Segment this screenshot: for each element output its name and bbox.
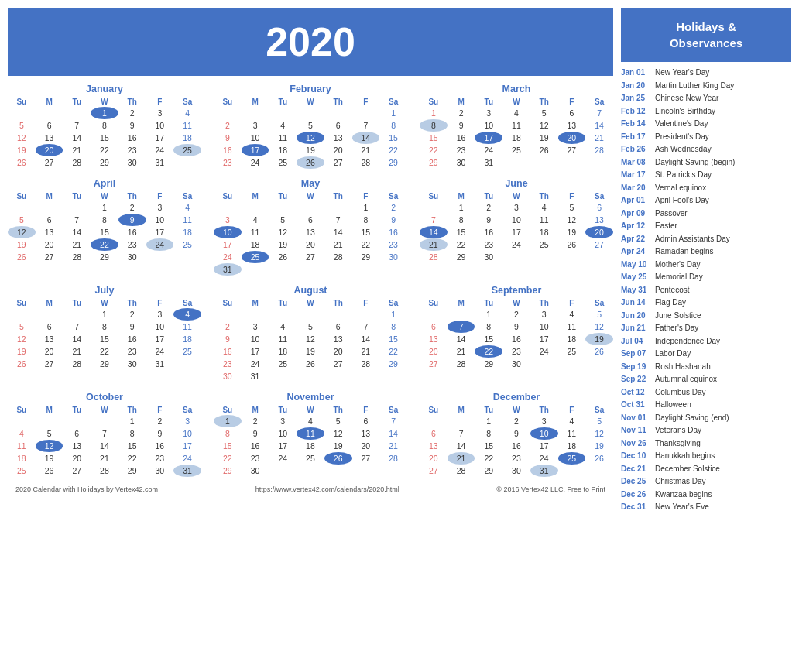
calendar-day[interactable] bbox=[530, 251, 558, 263]
calendar-day[interactable]: 24 bbox=[530, 345, 558, 358]
calendar-day[interactable]: 23 bbox=[502, 345, 530, 358]
calendar-day[interactable]: 29 bbox=[475, 358, 502, 370]
calendar-day[interactable]: 23 bbox=[242, 452, 269, 465]
calendar-day[interactable]: 17 bbox=[530, 440, 558, 452]
calendar-day[interactable]: 1 bbox=[379, 308, 407, 321]
calendar-day[interactable]: 10 bbox=[146, 214, 174, 226]
calendar-day[interactable]: 15 bbox=[475, 333, 502, 345]
calendar-day[interactable]: 18 bbox=[242, 238, 269, 251]
calendar-day[interactable]: 11 bbox=[530, 214, 558, 226]
calendar-day[interactable]: 19 bbox=[530, 132, 558, 144]
calendar-day[interactable]: 19 bbox=[269, 238, 297, 251]
calendar-day[interactable]: 4 bbox=[173, 308, 201, 321]
calendar-day[interactable]: 8 bbox=[379, 321, 407, 333]
calendar-day[interactable] bbox=[379, 370, 407, 382]
calendar-day[interactable] bbox=[63, 415, 91, 427]
calendar-day[interactable]: 15 bbox=[475, 440, 502, 452]
calendar-day[interactable]: 11 bbox=[269, 333, 297, 345]
calendar-day[interactable]: 29 bbox=[448, 251, 475, 263]
calendar-day[interactable]: 12 bbox=[36, 440, 63, 452]
calendar-day[interactable]: 21 bbox=[324, 238, 352, 251]
calendar-day[interactable]: 25 bbox=[530, 238, 558, 251]
calendar-day[interactable]: 18 bbox=[530, 226, 558, 238]
calendar-day[interactable]: 13 bbox=[324, 333, 352, 345]
calendar-day[interactable]: 16 bbox=[242, 440, 269, 452]
calendar-day[interactable] bbox=[214, 107, 242, 119]
calendar-day[interactable] bbox=[242, 107, 269, 119]
calendar-day[interactable]: 28 bbox=[324, 251, 352, 263]
calendar-day[interactable]: 28 bbox=[63, 251, 91, 263]
calendar-day[interactable]: 27 bbox=[36, 156, 63, 169]
calendar-day[interactable]: 20 bbox=[585, 226, 613, 238]
calendar-day[interactable]: 24 bbox=[214, 251, 242, 263]
calendar-day[interactable] bbox=[585, 251, 613, 263]
calendar-day[interactable] bbox=[63, 201, 91, 214]
calendar-day[interactable]: 11 bbox=[558, 427, 586, 440]
calendar-day[interactable]: 20 bbox=[420, 452, 448, 465]
calendar-day[interactable]: 22 bbox=[118, 452, 146, 465]
calendar-day[interactable]: 16 bbox=[502, 440, 530, 452]
calendar-day[interactable]: 19 bbox=[297, 144, 324, 156]
calendar-day[interactable]: 20 bbox=[352, 440, 380, 452]
calendar-day[interactable]: 20 bbox=[324, 144, 352, 156]
calendar-day[interactable]: 1 bbox=[118, 415, 146, 427]
calendar-day[interactable]: 22 bbox=[91, 345, 118, 358]
calendar-day[interactable]: 4 bbox=[242, 214, 269, 226]
calendar-day[interactable]: 2 bbox=[214, 321, 242, 333]
calendar-day[interactable]: 6 bbox=[324, 321, 352, 333]
calendar-day[interactable]: 13 bbox=[352, 427, 380, 440]
calendar-day[interactable] bbox=[324, 370, 352, 382]
calendar-day[interactable]: 30 bbox=[118, 358, 146, 370]
calendar-day[interactable]: 1 bbox=[379, 107, 407, 119]
calendar-day[interactable]: 2 bbox=[448, 107, 475, 119]
calendar-day[interactable]: 12 bbox=[8, 333, 36, 345]
calendar-day[interactable]: 21 bbox=[448, 345, 475, 358]
calendar-day[interactable]: 19 bbox=[324, 440, 352, 452]
calendar-day[interactable]: 6 bbox=[36, 119, 63, 132]
calendar-day[interactable]: 28 bbox=[420, 251, 448, 263]
calendar-day[interactable]: 14 bbox=[63, 132, 91, 144]
calendar-day[interactable]: 20 bbox=[324, 345, 352, 358]
calendar-day[interactable]: 6 bbox=[324, 119, 352, 132]
calendar-day[interactable]: 31 bbox=[146, 156, 174, 169]
calendar-day[interactable]: 3 bbox=[242, 119, 269, 132]
calendar-day[interactable]: 25 bbox=[297, 452, 324, 465]
calendar-day[interactable]: 30 bbox=[475, 251, 502, 263]
calendar-day[interactable]: 18 bbox=[173, 333, 201, 345]
calendar-day[interactable]: 23 bbox=[118, 238, 146, 251]
calendar-day[interactable]: 27 bbox=[297, 251, 324, 263]
calendar-day[interactable]: 25 bbox=[173, 238, 201, 251]
calendar-day[interactable] bbox=[36, 107, 63, 119]
calendar-day[interactable]: 21 bbox=[63, 144, 91, 156]
calendar-day[interactable]: 23 bbox=[118, 345, 146, 358]
calendar-day[interactable]: 25 bbox=[8, 465, 36, 477]
calendar-day[interactable]: 13 bbox=[297, 226, 324, 238]
calendar-day[interactable]: 26 bbox=[585, 452, 613, 465]
calendar-day[interactable]: 10 bbox=[146, 321, 174, 333]
calendar-day[interactable]: 13 bbox=[420, 333, 448, 345]
calendar-day[interactable]: 30 bbox=[118, 251, 146, 263]
calendar-day[interactable]: 15 bbox=[214, 440, 242, 452]
calendar-day[interactable]: 4 bbox=[8, 427, 36, 440]
calendar-day[interactable] bbox=[324, 308, 352, 321]
calendar-day[interactable]: 14 bbox=[324, 226, 352, 238]
calendar-day[interactable]: 10 bbox=[475, 119, 502, 132]
calendar-day[interactable]: 16 bbox=[118, 226, 146, 238]
calendar-day[interactable]: 30 bbox=[214, 370, 242, 382]
calendar-day[interactable]: 14 bbox=[585, 119, 613, 132]
calendar-day[interactable]: 24 bbox=[242, 358, 269, 370]
calendar-day[interactable]: 31 bbox=[214, 263, 242, 276]
calendar-day[interactable] bbox=[242, 263, 269, 276]
calendar-day[interactable] bbox=[352, 107, 380, 119]
calendar-day[interactable]: 6 bbox=[420, 427, 448, 440]
calendar-day[interactable]: 30 bbox=[448, 156, 475, 169]
calendar-day[interactable]: 13 bbox=[63, 440, 91, 452]
calendar-day[interactable] bbox=[352, 263, 380, 276]
calendar-day[interactable]: 24 bbox=[502, 238, 530, 251]
calendar-day[interactable]: 15 bbox=[448, 226, 475, 238]
calendar-day[interactable]: 17 bbox=[502, 226, 530, 238]
calendar-day[interactable]: 1 bbox=[475, 415, 502, 427]
calendar-day[interactable] bbox=[297, 370, 324, 382]
calendar-day[interactable]: 24 bbox=[146, 238, 174, 251]
calendar-day[interactable]: 29 bbox=[379, 156, 407, 169]
